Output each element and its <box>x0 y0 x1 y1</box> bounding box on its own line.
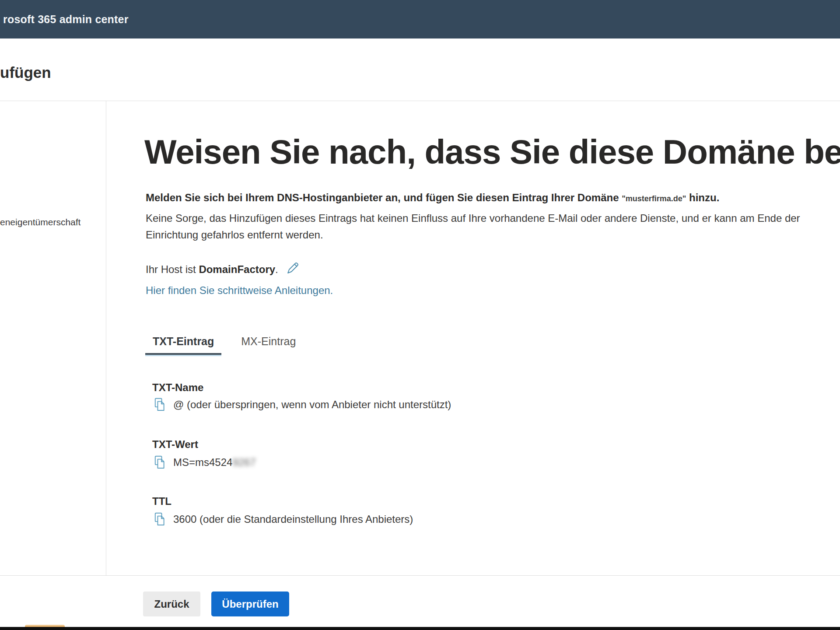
ttl-label: TTL <box>152 495 172 508</box>
host-name: DomainFactory <box>199 263 275 276</box>
main-heading: Weisen Sie nach, dass Sie diese Domäne b… <box>144 132 840 172</box>
app-top-bar: rosoft 365 admin center <box>0 0 840 38</box>
txt-value-redacted: 9267 <box>232 456 256 469</box>
host-suffix: . <box>275 263 278 276</box>
txt-value-row: MS=ms4524 9267 <box>153 455 256 470</box>
tab-txt-record[interactable]: TXT-Eintrag <box>144 332 222 355</box>
domain-setup-page: rosoft 365 admin center ufügen eneigentü… <box>0 0 840 630</box>
intro-bold-text: Melden Sie sich bei Ihrem DNS-Hostinganb… <box>146 192 619 203</box>
description-paragraph: Keine Sorge, das Hinzufügen dieses Eintr… <box>146 210 815 243</box>
txt-name-label: TXT-Name <box>152 382 203 394</box>
record-type-tabs: TXT-Eintrag MX-Eintrag <box>144 332 304 355</box>
host-line: Ihr Host ist DomainFactory . <box>146 263 299 276</box>
tab-mx-record[interactable]: MX-Eintrag <box>233 332 304 355</box>
ttl-value: 3600 (oder die Standardeinstellung Ihres… <box>173 513 413 525</box>
wizard-step-domain-ownership[interactable]: eneigentümerschaft <box>0 217 80 228</box>
copy-icon[interactable] <box>153 512 166 527</box>
txt-name-value: @ (oder überspringen, wenn vom Anbieter … <box>173 399 451 411</box>
sidebar-divider <box>106 101 106 575</box>
header-divider <box>0 101 840 101</box>
intro-bold-suffix: hinzu. <box>689 192 719 203</box>
ttl-row: 3600 (oder die Standardeinstellung Ihres… <box>153 512 413 527</box>
bottom-black-bar <box>0 627 840 630</box>
copy-icon[interactable] <box>153 455 166 470</box>
copy-icon[interactable] <box>153 397 166 412</box>
edit-host-pencil-icon[interactable] <box>286 262 299 275</box>
txt-value-text: MS=ms4524 <box>173 456 232 469</box>
footer-divider <box>0 575 840 576</box>
txt-value-label: TXT-Wert <box>152 438 198 451</box>
host-prefix: Ihr Host ist <box>146 263 196 276</box>
back-button[interactable]: Zurück <box>143 592 200 616</box>
app-title: rosoft 365 admin center <box>3 0 129 38</box>
step-by-step-instructions-link[interactable]: Hier finden Sie schrittweise Anleitungen… <box>146 284 333 297</box>
verify-button[interactable]: Überprüfen <box>211 592 289 616</box>
intro-line: Melden Sie sich bei Ihrem DNS-Hostinganb… <box>146 192 719 204</box>
domain-name-text: "musterfirma.de" <box>622 194 686 203</box>
page-title: ufügen <box>0 64 51 81</box>
txt-name-row: @ (oder überspringen, wenn vom Anbieter … <box>153 397 451 412</box>
